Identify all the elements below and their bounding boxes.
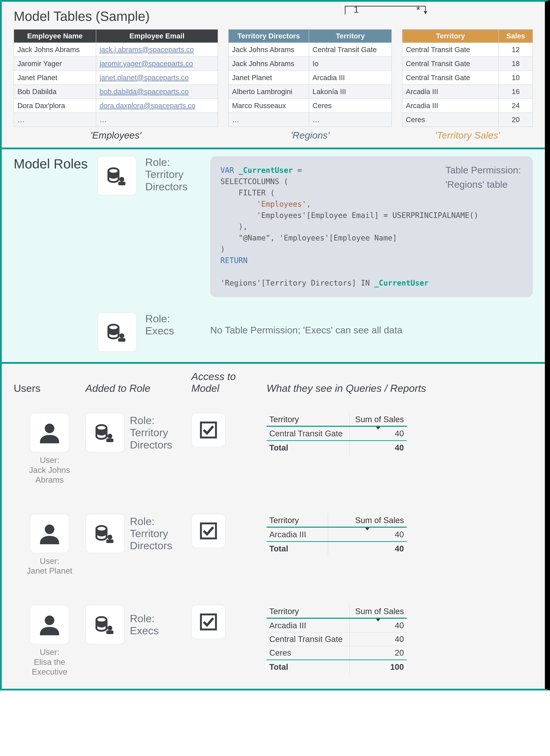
user-row: User:Jack JohnsAbrams Role:TerritoryDire…: [14, 413, 533, 485]
table-cell: 24: [499, 99, 533, 113]
table-cell: dora.daxplora@spaceparts.co: [96, 99, 218, 113]
table-cell: jack.j.abrams@spaceparts.co: [96, 43, 218, 57]
report-cell: Ceres: [266, 646, 350, 660]
col-head-added: Added to Role: [85, 382, 191, 394]
report-cell: Central Transit Gate: [266, 426, 350, 441]
table-header: Territory Directors: [228, 29, 309, 43]
table-cell: Central Transit Gate: [402, 71, 499, 85]
report-cell: 40: [350, 632, 407, 646]
table-cell: 20: [499, 113, 533, 127]
table-row: Alberto LambroginiLakonía III: [228, 85, 392, 99]
report-cell: Central Transit Gate: [266, 632, 350, 646]
report-cell: Total: [266, 542, 328, 555]
table-cell: Arcadia III: [402, 99, 499, 113]
table-cell: jaromir.yager@spaceparts.co: [96, 57, 218, 71]
table-cell: Arcadia III: [309, 71, 392, 85]
regions-table-wrap: Territory DirectorsTerritoryJack Johns A…: [228, 29, 392, 141]
table-cell: Arcadia III: [402, 85, 499, 99]
email-link[interactable]: jaromir.yager@spaceparts.co: [100, 60, 193, 68]
table-header: Employee Email: [96, 29, 218, 43]
employees-table-wrap: Employee NameEmployee EmailJack Johns Ab…: [14, 29, 218, 141]
role-icon: [85, 605, 125, 644]
regions-caption: 'Regions': [228, 130, 392, 141]
report-cell: 20: [350, 646, 407, 660]
role-row-execs: Role:Execs No Table Permission; 'Execs' …: [97, 313, 533, 352]
table-row: Jaromir Yagerjaromir.yager@spaceparts.co: [14, 57, 218, 71]
checkmark-icon: [191, 605, 225, 639]
table-cell: Ceres: [402, 113, 499, 127]
user-caption: User:Jack JohnsAbrams: [29, 455, 70, 485]
section-title-roles: Model Roles: [14, 156, 89, 172]
table-cell: 16: [499, 85, 533, 99]
table-cell: bob.dabilda@spaceparts.co: [96, 85, 218, 99]
report-header: Sum of Sales: [350, 605, 407, 618]
report-cell: 40: [328, 527, 407, 542]
table-cell: 10: [499, 71, 533, 85]
table-cell: Janet Planet: [14, 71, 96, 85]
user-icon: [30, 413, 69, 452]
role-icon: [97, 156, 137, 195]
assigned-role-label: Role:Execs: [130, 612, 186, 637]
regions-table: Territory DirectorsTerritoryJack Johns A…: [228, 29, 392, 127]
table-row: Dora Dax'ploradora.daxplora@spaceparts.c…: [14, 99, 218, 113]
table-cell: …: [96, 113, 218, 127]
checkmark-icon: [191, 413, 225, 447]
table-header: Sales: [499, 29, 533, 43]
assigned-role-label: Role:TerritoryDirectors: [130, 515, 186, 552]
role-icon: [97, 313, 137, 352]
user-icon: [30, 514, 69, 553]
table-row: ……: [228, 113, 392, 127]
cardinality-one: 1: [354, 4, 359, 15]
report-cell: 40: [350, 441, 407, 454]
email-link[interactable]: bob.dabilda@spaceparts.co: [100, 88, 189, 96]
table-row: Janet PlanetArcadia III: [228, 71, 392, 85]
model-roles-panel: Model Roles Role:TerritoryDirectors Tabl…: [2, 148, 545, 362]
table-cell: Central Transit Gate: [402, 57, 499, 71]
report-header: Sum of Sales: [328, 514, 407, 527]
table-row: Central Transit Gate18: [402, 57, 533, 71]
dax-permission-code: Table Permission:'Regions' table VAR _Cu…: [210, 156, 533, 297]
report-row: Central Transit Gate40: [266, 426, 407, 441]
table-cell: 18: [499, 57, 533, 71]
assigned-role-label: Role:TerritoryDirectors: [130, 414, 186, 451]
table-row: Central Transit Gate12: [402, 43, 533, 57]
email-link[interactable]: dora.daxplora@spaceparts.co: [100, 102, 195, 110]
table-cell: Ceres: [309, 99, 392, 113]
report-total-row: Total100: [266, 660, 407, 674]
user-row: User:Janet Planet Role:TerritoryDirector…: [14, 514, 533, 576]
report-cell: 40: [328, 542, 407, 555]
report-visual: TerritorySum of SalesCentral Transit Gat…: [266, 413, 407, 454]
table-row: Jack Johns Abramsjack.j.abrams@spacepart…: [14, 43, 218, 57]
report-visual: TerritorySum of SalesArcadia III40Total4…: [266, 514, 407, 555]
table-header: Employee Name: [14, 29, 96, 43]
table-cell: Janet Planet: [228, 71, 309, 85]
sales-caption: 'Territory Sales': [402, 130, 533, 141]
table-row: Arcadia III16: [402, 85, 533, 99]
report-header: Territory: [266, 605, 350, 618]
report-cell: 40: [350, 426, 407, 441]
col-head-reports: What they see in Queries / Reports: [266, 382, 533, 394]
table-cell: …: [309, 113, 392, 127]
table-row: Jack Johns AbramsCentral Transit Gate: [228, 43, 392, 57]
report-cell: Arcadia III: [266, 527, 328, 542]
table-cell: Marco Russeaux: [228, 99, 309, 113]
employees-table: Employee NameEmployee EmailJack Johns Ab…: [14, 29, 218, 127]
table-cell: Dora Dax'plora: [14, 99, 96, 113]
table-cell: Central Transit Gate: [402, 43, 499, 57]
email-link[interactable]: jack.j.abrams@spaceparts.co: [100, 46, 194, 54]
model-tables-panel: 1 * Model Tables (Sample) Employee NameE…: [2, 2, 545, 148]
user-caption: User:Janet Planet: [27, 556, 72, 576]
user-caption: User:Elisa theExecutive: [32, 647, 67, 677]
report-cell: Total: [266, 441, 350, 454]
users-panel: Users Added to Role Access to Model What…: [2, 362, 545, 689]
sales-table: TerritorySalesCentral Transit Gate12Cent…: [402, 29, 533, 127]
role-icon: [85, 514, 125, 553]
role-label-territory-directors: Role:TerritoryDirectors: [145, 156, 201, 193]
sales-table-wrap: TerritorySalesCentral Transit Gate12Cent…: [402, 29, 533, 141]
report-cell: 40: [350, 618, 407, 632]
role-icon: [85, 413, 125, 452]
table-row: Central Transit Gate10: [402, 71, 533, 85]
table-cell: 12: [499, 43, 533, 57]
report-row: Central Transit Gate40: [266, 632, 407, 646]
email-link[interactable]: janet.planet@spaceparts.co: [100, 74, 189, 82]
